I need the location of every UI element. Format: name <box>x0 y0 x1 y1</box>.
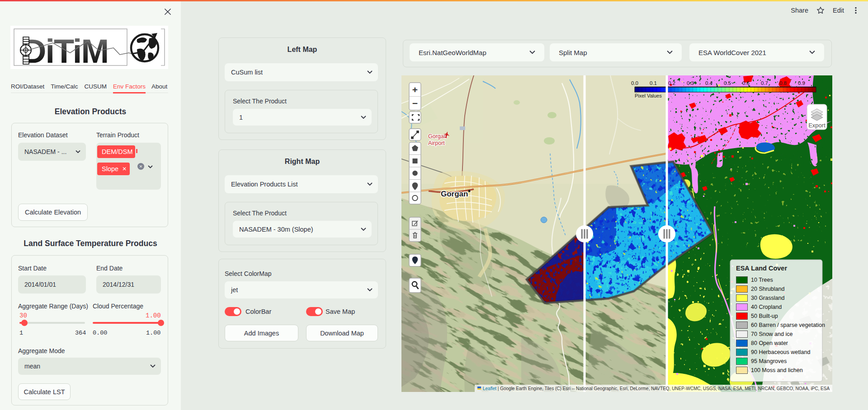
svg-text:0.1: 0.1 <box>650 80 657 86</box>
svg-text:0.7: 0.7 <box>761 80 768 86</box>
svg-text:Leaflet | Google Earth Engine,: Leaflet | Google Earth Engine, Tiles (C)… <box>483 386 830 391</box>
svg-text:−: − <box>412 98 418 108</box>
svg-text:0.4: 0.4 <box>705 80 713 86</box>
svg-text:0.5: 0.5 <box>724 80 731 86</box>
svg-text:0.6: 0.6 <box>742 80 750 86</box>
svg-text:Pixel Values: Pixel Values <box>635 93 662 98</box>
svg-text:Airport: Airport <box>428 140 445 146</box>
svg-text:0.8: 0.8 <box>779 80 787 86</box>
svg-text:DiTiM: DiTiM <box>22 33 108 69</box>
svg-text:Gorgan: Gorgan <box>428 133 447 140</box>
svg-text:Export: Export <box>808 122 826 129</box>
svg-text:0.2: 0.2 <box>668 80 675 86</box>
svg-text:0.0: 0.0 <box>631 80 638 86</box>
svg-text:Gorgan: Gorgan <box>441 190 468 198</box>
svg-text:0.9: 0.9 <box>798 80 805 86</box>
svg-text:0.3: 0.3 <box>687 80 694 86</box>
svg-text:ESA Land Cover: ESA Land Cover <box>736 265 787 272</box>
svg-text:+: + <box>412 84 418 95</box>
